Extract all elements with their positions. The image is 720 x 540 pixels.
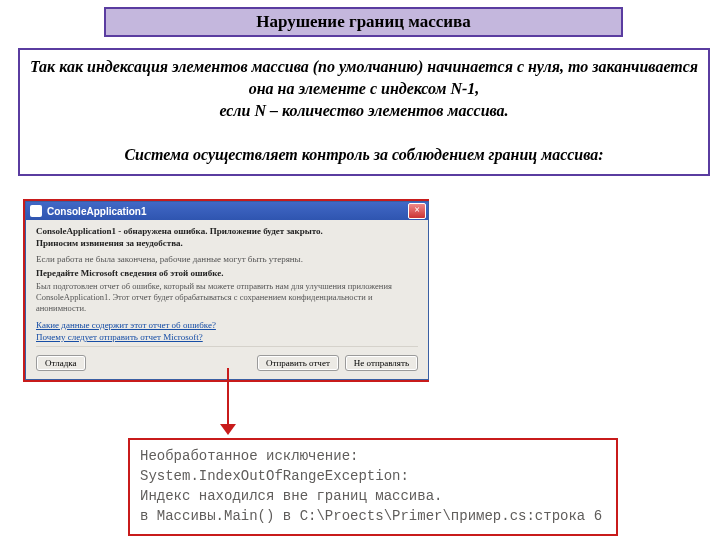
- dont-send-button[interactable]: Не отправлять: [345, 355, 418, 371]
- error-dialog: ConsoleApplication1 × ConsoleApplication…: [25, 201, 429, 380]
- error-dialog-highlight: ConsoleApplication1 × ConsoleApplication…: [23, 199, 429, 382]
- dialog-text-3: Если работа не была закончена, рабочие д…: [36, 254, 418, 264]
- exc-line2: System.IndexOutOfRangeException:: [140, 466, 606, 486]
- exception-output: Необработанное исключение: System.IndexO…: [128, 438, 618, 536]
- description-box: Так как индексация элементов массива (по…: [18, 48, 710, 176]
- arrow-icon: [223, 368, 233, 436]
- exc-line3: Индекс находился вне границ массива.: [140, 486, 606, 506]
- dialog-body: ConsoleApplication1 - обнаружена ошибка.…: [26, 220, 428, 379]
- dialog-title: ConsoleApplication1: [47, 206, 146, 217]
- link-what-data[interactable]: Какие данные содержит этот отчет об ошиб…: [36, 320, 418, 330]
- app-icon: [30, 205, 42, 217]
- dialog-text-5: Был подготовлен отчет об ошибке, который…: [36, 281, 418, 314]
- dialog-text-1: ConsoleApplication1 - обнаружена ошибка.…: [36, 226, 418, 236]
- dialog-text-2: Приносим извинения за неудобства.: [36, 238, 418, 248]
- exc-line4: в Массивы.Main() в C:\Proects\Primer\при…: [140, 506, 606, 526]
- send-report-button[interactable]: Отправить отчет: [257, 355, 339, 371]
- exc-line1: Необработанное исключение:: [140, 446, 606, 466]
- link-why-send[interactable]: Почему следует отправить отчет Microsoft…: [36, 332, 418, 342]
- desc-line3: Система осуществляет контроль за соблюде…: [24, 144, 704, 166]
- dialog-text-4: Передайте Microsoft сведения об этой оши…: [36, 268, 418, 278]
- slide-title: Нарушение границ массива: [104, 7, 623, 37]
- desc-line1: Так как индексация элементов массива (по…: [24, 56, 704, 100]
- desc-line2: если N – количество элементов массива.: [24, 100, 704, 122]
- dialog-titlebar: ConsoleApplication1 ×: [26, 202, 428, 220]
- close-icon[interactable]: ×: [408, 203, 426, 219]
- debug-button[interactable]: Отладка: [36, 355, 86, 371]
